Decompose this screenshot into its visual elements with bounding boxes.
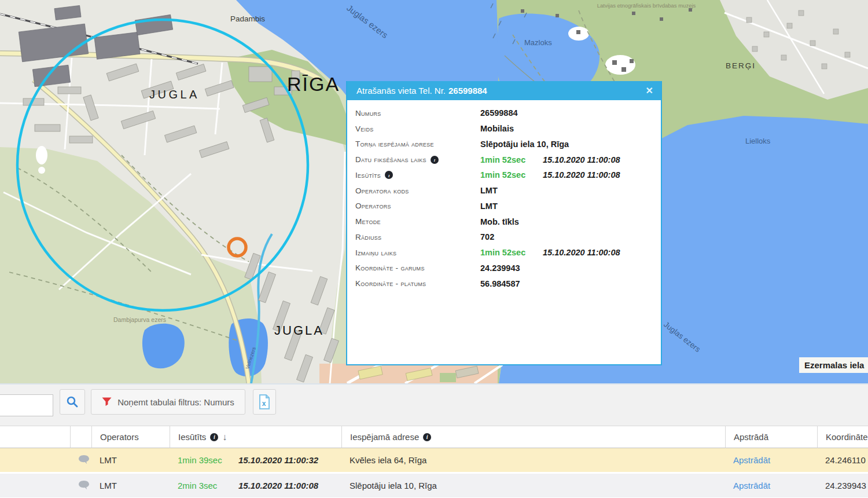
search-icon xyxy=(66,396,79,408)
popup-field-koordinate-garums: Koordināte - garums 24.239943 xyxy=(355,261,661,276)
map-label-mazloks: Mazloks xyxy=(524,38,552,47)
popup-field-datu-fiksesanas-laiks: Datu fiksēšanas laiksi 1min 52sec15.10.2… xyxy=(355,152,661,167)
map-label-lielloks: Lielloks xyxy=(745,137,771,145)
search-button[interactable] xyxy=(60,389,85,415)
svg-text:x: x xyxy=(262,400,266,408)
cell-comment[interactable] xyxy=(70,448,91,474)
map-label-riga: RĪGA xyxy=(287,73,340,95)
street-label-ezermalas-iela: Ezermalas iela xyxy=(799,357,868,373)
filter-icon xyxy=(102,397,112,407)
header-empty xyxy=(0,426,70,448)
results-table: Operators Iesūtīts i ↓ Iespējamā adrese … xyxy=(0,426,868,498)
header-adrese[interactable]: Iespējamā adrese i xyxy=(341,426,725,448)
popup-field-torna-adrese: Torņa iespējamā adrese Slēpotāju iela 10… xyxy=(355,137,661,152)
cell-koordinate: 24.239943 xyxy=(817,474,868,498)
cell-iesutits: 2min 3sec15.10.2020 11:00:08 xyxy=(170,474,341,498)
remove-filter-label: Noņemt tabulai filtrus: Numurs xyxy=(117,397,234,407)
map-area[interactable]: RĪGA JUGLA JUGLA Padambis Juglas ezers J… xyxy=(0,0,868,383)
popup-field-numurs: Numurs 26599884 xyxy=(355,105,661,121)
bottom-panel: Noņemt tabulai filtrus: Numurs x Opera xyxy=(0,383,868,498)
header-iesutits[interactable]: Iesūtīts i ↓ xyxy=(170,426,341,448)
popup-header: Atrašanās vieta Tel. Nr.26599884 ✕ xyxy=(347,81,661,100)
popup-title: Atrašanās vieta Tel. Nr. xyxy=(356,86,446,96)
popup-field-koordinate-platums: Koordināte - platums 56.984587 xyxy=(355,276,661,291)
screen: RĪGA JUGLA JUGLA Padambis Juglas ezers J… xyxy=(0,0,868,498)
cell-adrese: Kvēles iela 64, Rīga xyxy=(341,448,725,474)
table-header-row: Operators Iesūtīts i ↓ Iespējamā adrese … xyxy=(0,426,868,448)
cell-apstrada: Apstrādāt xyxy=(725,474,817,498)
info-icon[interactable]: i xyxy=(210,433,218,441)
popup-title-number: 26599884 xyxy=(448,86,487,96)
popup-field-veids: Veids Mobilais xyxy=(355,121,661,137)
search-input[interactable] xyxy=(0,394,53,416)
map-label-bergi: BERĢI xyxy=(726,61,756,70)
sort-desc-icon[interactable]: ↓ xyxy=(222,432,227,442)
cell-empty xyxy=(0,474,70,498)
excel-export-button[interactable]: x xyxy=(253,389,276,415)
header-comment xyxy=(70,426,91,448)
info-icon[interactable]: i xyxy=(385,171,393,179)
cell-operators: LMT xyxy=(91,448,170,474)
popup-field-iesutits: Iesūtītsi 1min 52sec15.10.2020 11:00:08 xyxy=(355,167,661,183)
comment-icon xyxy=(78,455,90,464)
map-label-museum: Latvijas etnogrāfiskais brīvdabas muzejs xyxy=(597,2,696,9)
cell-operators: LMT xyxy=(91,474,170,498)
map-label-dambjapurva: Dambjapurva ezers xyxy=(113,316,166,323)
popup-field-metode: Metode Mob. tīkls xyxy=(355,214,661,229)
map-label-jugla-bottom: JUGLA xyxy=(274,323,324,338)
map-label-padambis: Padambis xyxy=(230,14,265,23)
popup-field-operators: Operators LMT xyxy=(355,199,661,214)
cell-apstrada: Apstrādāt xyxy=(725,448,817,474)
popup-field-radiuss: Rādiuss 702 xyxy=(355,229,661,245)
cell-adrese: Slēpotāju iela 10, Rīga xyxy=(341,474,725,498)
popup-body: Numurs 26599884 Veids Mobilais Torņa ies… xyxy=(347,100,661,291)
map-label-jugla-top: JUGLA xyxy=(149,88,200,101)
table-toolbar: Noņemt tabulai filtrus: Numurs x xyxy=(0,383,868,426)
remove-filter-button[interactable]: Noņemt tabulai filtrus: Numurs xyxy=(91,389,245,415)
info-icon[interactable]: i xyxy=(423,433,431,441)
table-row[interactable]: LMT 2min 3sec15.10.2020 11:00:08 Slēpotā… xyxy=(0,474,868,498)
header-koordinate[interactable]: Koordināte xyxy=(817,426,868,448)
excel-file-icon: x xyxy=(258,394,271,409)
location-popup: Atrašanās vieta Tel. Nr.26599884 ✕ Numur… xyxy=(346,81,662,365)
cell-iesutits: 1min 39sec15.10.2020 11:00:32 xyxy=(170,448,341,474)
info-icon[interactable]: i xyxy=(431,156,439,164)
cell-comment[interactable] xyxy=(70,474,91,498)
popup-field-operatora-kods: Operatora kods LMT xyxy=(355,183,661,199)
apstradat-link[interactable]: Apstrādāt xyxy=(733,455,770,465)
header-operators[interactable]: Operators xyxy=(91,426,170,448)
header-apstrada[interactable]: Apstrādā xyxy=(725,426,817,448)
comment-icon xyxy=(78,480,90,490)
close-icon[interactable]: ✕ xyxy=(646,81,653,100)
apstradat-link[interactable]: Apstrādāt xyxy=(733,481,770,490)
street-label-text: Ezermalas iela xyxy=(804,360,864,370)
table-row[interactable]: LMT 1min 39sec15.10.2020 11:00:32 Kvēles… xyxy=(0,448,868,474)
popup-field-izmainu-laiks: Izmaiņu laiks 1min 52sec15.10.2020 11:00… xyxy=(355,245,661,261)
cell-empty xyxy=(0,448,70,474)
cell-koordinate: 24.246110 xyxy=(817,448,868,474)
